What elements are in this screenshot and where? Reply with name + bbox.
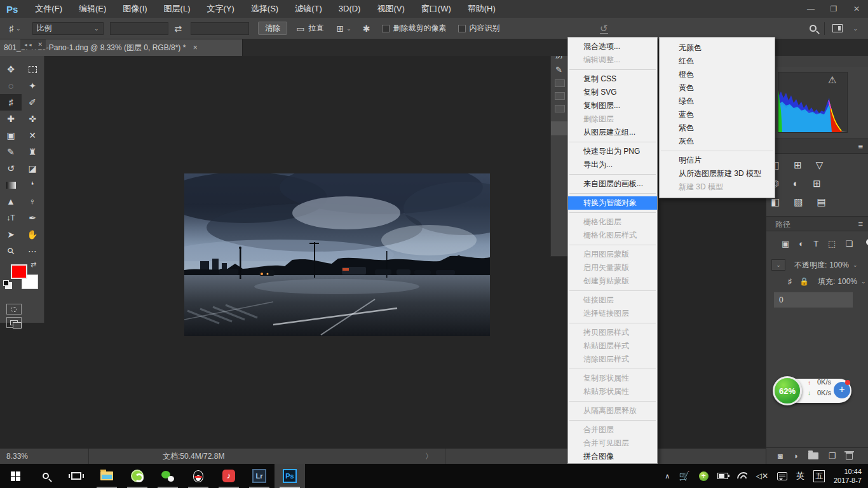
crop-height-input[interactable] — [191, 22, 249, 35]
chevron-down-icon[interactable]: ⌄ — [861, 278, 866, 285]
layer-row[interactable]: 0 — [774, 292, 853, 308]
taskbar-clock[interactable]: 10:44 2017-8-7 — [834, 467, 862, 485]
submenu-item[interactable]: 灰色 — [660, 135, 775, 148]
accelerator-icon[interactable]: + — [699, 471, 709, 481]
filter-shape-icon[interactable]: ⬚ — [828, 239, 836, 248]
crop-settings-gear-icon[interactable]: ✱ — [363, 24, 370, 34]
menu-layer[interactable]: 图层(L) — [156, 0, 199, 18]
layer-mask-icon[interactable]: ◙ — [778, 451, 783, 461]
file-explorer-button[interactable] — [92, 464, 122, 488]
zoom-level-field[interactable]: 8.33% — [0, 449, 89, 464]
history-snapshot[interactable] — [555, 79, 565, 87]
restore-button[interactable]: ❐ — [822, 0, 845, 18]
zoom-tool[interactable]: ⚲ — [0, 243, 22, 259]
start-button[interactable] — [0, 464, 31, 488]
workspace-icon[interactable] — [832, 24, 843, 32]
straighten-label[interactable]: 拉直 — [309, 23, 324, 34]
minimize-button[interactable]: — — [799, 0, 822, 18]
menu-item[interactable]: 混合选项... — [568, 40, 657, 53]
volume-muted-icon[interactable]: ◁✕ — [756, 471, 768, 480]
wifi-icon[interactable] — [737, 472, 747, 480]
shopping-cart-icon[interactable]: 🛒 — [679, 471, 689, 481]
lock-all-icon[interactable]: 🔒 — [799, 277, 809, 286]
swap-dimensions-icon[interactable]: ⇄ — [175, 24, 182, 34]
qq-button[interactable] — [183, 464, 214, 488]
dodge-tool[interactable]: ▲ — [0, 193, 22, 210]
rectangular-marquee-tool[interactable] — [22, 61, 43, 78]
warning-icon[interactable]: ⚠ — [828, 74, 836, 86]
spot-healing-brush-tool[interactable]: ✚ — [0, 111, 22, 127]
menu-item[interactable]: 拼合图像 — [568, 450, 657, 463]
menu-item[interactable]: 导出为... — [568, 158, 657, 172]
overlay-grid-icon[interactable]: ⊞ — [337, 24, 344, 34]
filter-smart-object-icon[interactable]: ❏ — [845, 239, 853, 248]
submenu-item[interactable]: 蓝色 — [660, 108, 775, 121]
collapse-icon[interactable]: ◄◄ — [24, 43, 32, 47]
submenu-item[interactable]: 紫色 — [660, 121, 775, 135]
crop-tool[interactable]: ♯ — [0, 94, 22, 111]
menu-item[interactable]: 复制 SVG — [568, 86, 657, 99]
gradient-tool[interactable] — [0, 177, 22, 193]
status-chevron-icon[interactable]: 〉 — [425, 449, 433, 464]
type-tool[interactable]: ↓T — [0, 210, 22, 226]
submenu-item[interactable]: 绿色 — [660, 95, 775, 108]
filter-pixel-icon[interactable]: ▣ — [782, 239, 789, 248]
close-icon[interactable]: ✕ — [37, 41, 43, 48]
panel-menu-icon[interactable]: ≡ — [858, 219, 862, 229]
history-snapshot[interactable] — [555, 105, 565, 112]
menu-3d[interactable]: 3D(D) — [330, 0, 369, 18]
tray-expand-icon[interactable]: ∧ — [665, 472, 670, 480]
document-canvas[interactable] — [184, 173, 490, 336]
default-colors-icon[interactable] — [5, 282, 12, 289]
channel-mixer-icon[interactable]: ▧ — [794, 196, 803, 208]
history-brush-tool[interactable]: ↺ — [0, 160, 22, 177]
menu-item[interactable]: 快速导出为 PNG — [568, 145, 657, 158]
curves-icon[interactable]: ▽ — [816, 159, 824, 171]
lock-position-icon[interactable]: ♯ — [788, 277, 792, 286]
quick-selection-tool[interactable]: ✦ — [22, 78, 43, 94]
filter-adjustment-icon[interactable]: ◐ — [799, 239, 804, 248]
opacity-value[interactable]: 100% — [829, 261, 849, 269]
fill-value[interactable]: 100% — [837, 277, 857, 286]
path-selection-tool[interactable]: ➤ — [0, 226, 22, 243]
foreground-color-swatch[interactable] — [11, 264, 27, 279]
search-icon[interactable] — [810, 25, 817, 32]
gradient-map-icon[interactable]: ▤ — [817, 196, 825, 208]
blend-mode-select[interactable]: ⌄ — [771, 259, 785, 271]
document-size-field[interactable]: 文档:50.4M/72.8M 〉 — [90, 449, 445, 464]
lightroom-button[interactable]: Lr — [244, 464, 275, 488]
reset-crop-icon[interactable]: ↺ — [600, 24, 608, 34]
color-balance-icon[interactable]: ⊞ — [813, 178, 821, 189]
burn-tool[interactable]: ♀ — [22, 193, 43, 210]
menu-item[interactable]: 复制 CSS — [568, 72, 657, 86]
menu-select[interactable]: 选择(S) — [243, 0, 287, 18]
crop-width-input[interactable] — [110, 22, 168, 35]
menu-filter[interactable]: 滤镜(T) — [287, 0, 330, 18]
content-aware-checkbox[interactable] — [458, 25, 466, 32]
menu-item[interactable]: 来自图层的画板... — [568, 177, 657, 191]
menu-help[interactable]: 帮助(H) — [459, 0, 504, 18]
menu-item[interactable]: 复制图层... — [568, 99, 657, 112]
tab-close-icon[interactable]: × — [193, 43, 198, 52]
patch-tool[interactable]: ▣ — [0, 127, 22, 144]
menu-window[interactable]: 窗口(W) — [413, 0, 459, 18]
levels-icon[interactable]: ⊞ — [794, 159, 802, 171]
ime-mode-indicator[interactable]: 五 — [813, 470, 825, 482]
chevron-down-icon[interactable]: ⌄ — [853, 262, 858, 268]
submenu-item[interactable]: 橙色 — [660, 68, 775, 81]
submenu-item[interactable]: 无颜色 — [660, 41, 775, 55]
history-state-selected[interactable] — [551, 121, 567, 135]
adjustment-layer-icon[interactable]: ◑ — [793, 451, 798, 461]
brush-tool[interactable]: ✎ — [0, 144, 22, 160]
clone-stamp-tool[interactable]: ♜ — [22, 144, 43, 160]
menu-file[interactable]: 文件(F) — [27, 0, 71, 18]
new-group-icon[interactable] — [808, 452, 818, 459]
eraser-tool[interactable]: ◪ — [22, 160, 43, 177]
memory-percent-ball[interactable]: 62% — [773, 376, 802, 405]
healing-brush-tool[interactable]: ✜ — [22, 111, 43, 127]
panel-menu-icon[interactable]: ≡ — [858, 142, 862, 151]
history-snapshot[interactable] — [555, 92, 565, 100]
menu-item[interactable]: 从图层建立组... — [568, 126, 657, 139]
delete-cropped-pixels-checkbox[interactable] — [382, 25, 390, 32]
submenu-item[interactable]: 从所选图层新建 3D 模型 — [660, 167, 775, 180]
